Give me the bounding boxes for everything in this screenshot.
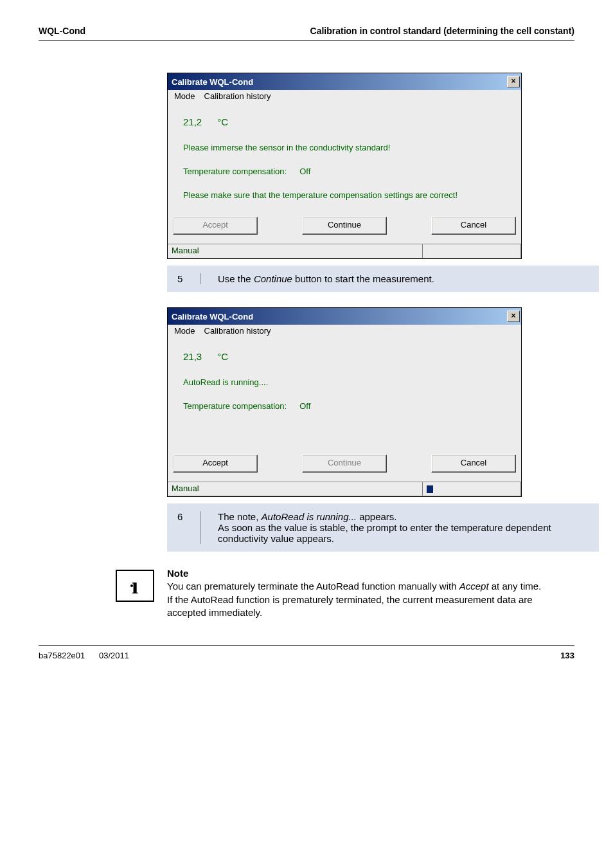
footer-rule: [39, 645, 574, 646]
note-block: ı Note You can prematurely terminate the…: [116, 567, 549, 619]
temperature-value: 21,2: [183, 116, 202, 127]
header-right: Calibration in control standard (determi…: [310, 26, 574, 36]
accept-button[interactable]: Accept: [173, 455, 258, 473]
step-5: 5 Use the Continue button to start the m…: [167, 266, 599, 292]
continue-button[interactable]: Continue: [302, 217, 387, 235]
page-footer: ba75822e01 03/2011 133: [39, 651, 574, 680]
temp-compensation-label: Temperature compensation:: [183, 167, 287, 176]
dialog-calibrate-2: Calibrate WQL-Cond × Mode Calibration hi…: [167, 307, 522, 497]
page-header: WQL-Cond Calibration in control standard…: [39, 26, 574, 41]
dialog-menubar: Mode Calibration history: [168, 90, 521, 104]
dialog-title: Calibrate WQL-Cond: [172, 312, 253, 321]
warning-text: Please make sure that the temperature co…: [183, 190, 506, 200]
step-6: 6 The note, AutoRead is running... appea…: [167, 503, 599, 552]
temperature-unit: °C: [217, 116, 228, 127]
dialog-title: Calibrate WQL-Cond: [172, 77, 253, 87]
step-text: Use the Continue button to start the mea…: [218, 273, 589, 284]
close-icon[interactable]: ×: [507, 311, 520, 322]
doc-date: 03/2011: [99, 651, 129, 660]
temperature-readout: 21,2 °C: [183, 113, 506, 131]
menu-calibration-history[interactable]: Calibration history: [204, 326, 271, 336]
header-left: WQL-Cond: [39, 26, 85, 36]
instruction-text: AutoRead is running....: [183, 377, 506, 387]
temp-compensation-value: Off: [299, 167, 310, 176]
step-text: The note, AutoRead is running... appears…: [218, 511, 589, 544]
status-progress: [423, 244, 521, 258]
status-text: Manual: [168, 482, 423, 496]
status-bar: Manual: [168, 482, 521, 496]
info-icon: ı: [116, 570, 154, 602]
menu-mode[interactable]: Mode: [174, 91, 195, 101]
temperature-unit: °C: [217, 351, 228, 362]
dialog-calibrate-1: Calibrate WQL-Cond × Mode Calibration hi…: [167, 73, 522, 259]
cancel-button[interactable]: Cancel: [431, 455, 516, 473]
temp-compensation-row: Temperature compensation: Off: [183, 167, 506, 176]
status-bar: Manual: [168, 244, 521, 258]
note-heading: Note: [167, 568, 188, 579]
step-number: 5: [177, 273, 189, 284]
accept-button[interactable]: Accept: [173, 217, 258, 235]
dialog-titlebar: Calibrate WQL-Cond ×: [168, 308, 521, 325]
progress-indicator: [427, 485, 433, 493]
temp-compensation-row: Temperature compensation: Off: [183, 401, 506, 411]
temp-compensation-label: Temperature compensation:: [183, 401, 287, 411]
status-progress: [423, 482, 521, 496]
dialog-menubar: Mode Calibration history: [168, 325, 521, 338]
temperature-readout: 21,3 °C: [183, 347, 506, 366]
page-number: 133: [560, 651, 574, 660]
temp-compensation-value: Off: [299, 401, 310, 411]
instruction-text: Please immerse the sensor in the conduct…: [183, 143, 506, 152]
temperature-value: 21,3: [183, 351, 202, 362]
continue-button[interactable]: Continue: [302, 455, 387, 473]
note-text: Note You can prematurely terminate the A…: [167, 567, 549, 619]
menu-mode[interactable]: Mode: [174, 326, 195, 336]
cancel-button[interactable]: Cancel: [431, 217, 516, 235]
close-icon[interactable]: ×: [507, 76, 520, 87]
step-number: 6: [177, 511, 189, 522]
status-text: Manual: [168, 244, 423, 258]
menu-calibration-history[interactable]: Calibration history: [204, 91, 271, 101]
doc-id: ba75822e01: [39, 651, 85, 660]
dialog-titlebar: Calibrate WQL-Cond ×: [168, 73, 521, 90]
